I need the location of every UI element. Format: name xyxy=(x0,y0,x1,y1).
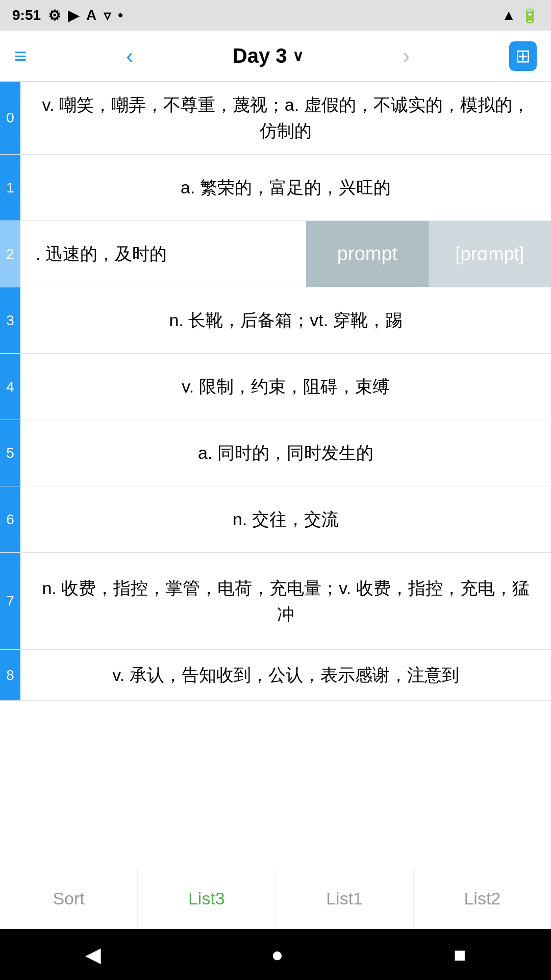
word-definition: a. 繁荣的，富足的，兴旺的 xyxy=(20,155,551,220)
word-index: 0 xyxy=(0,82,20,154)
chevron-down-icon: ∨ xyxy=(292,47,304,65)
signal-icon: ▲ xyxy=(502,7,516,23)
word-item[interactable]: 4 v. 限制，约束，阻碍，束缚 xyxy=(0,354,551,420)
wifi-icon: ▿ xyxy=(104,7,111,24)
top-nav: ≡ ‹ Day 3 ∨ › ⊞ xyxy=(0,31,551,82)
word-index: 8 xyxy=(0,650,20,700)
day-title-text: Day 3 xyxy=(233,44,287,67)
popup-word-text: prompt xyxy=(306,221,429,287)
android-recent-button[interactable]: ■ xyxy=(454,943,466,966)
menu-icon[interactable]: ≡ xyxy=(14,44,27,68)
word-item[interactable]: 1 a. 繁荣的，富足的，兴旺的 xyxy=(0,155,551,221)
android-back-button[interactable]: ◀ xyxy=(85,943,101,966)
back-button[interactable]: ‹ xyxy=(126,44,133,68)
word-definition: v. 承认，告知收到，公认，表示感谢，注意到 xyxy=(20,650,551,700)
word-index: 5 xyxy=(0,420,20,486)
popup-phonetic-text: [prɑmpt] xyxy=(429,221,551,287)
word-list: 0 v. 嘲笑，嘲弄，不尊重，蔑视；a. 虚假的，不诚实的，模拟的，仿制的 1 … xyxy=(0,82,551,868)
android-nav-bar: ◀ ● ■ xyxy=(0,929,551,980)
word-item[interactable]: 6 n. 交往，交流 xyxy=(0,486,551,553)
word-definition: v. 限制，约束，阻碍，束缚 xyxy=(20,354,551,420)
word-item[interactable]: 0 v. 嘲笑，嘲弄，不尊重，蔑视；a. 虚假的，不诚实的，模拟的，仿制的 xyxy=(0,82,551,155)
word-index: 7 xyxy=(0,553,20,649)
android-home-button[interactable]: ● xyxy=(271,943,283,966)
word-index: 6 xyxy=(0,486,20,552)
word-definition: n. 长靴，后备箱；vt. 穿靴，踢 xyxy=(20,287,551,353)
word-definition: a. 同时的，同时发生的 xyxy=(20,420,551,486)
word-definition: n. 收费，指控，掌管，电荷，充电量；v. 收费，指控，充电，猛冲 xyxy=(20,553,551,649)
tab-list1[interactable]: List1 xyxy=(276,868,414,929)
word-index: 2 xyxy=(0,221,20,287)
word-index: 3 xyxy=(0,287,20,353)
forward-button[interactable]: › xyxy=(403,44,410,68)
word-popup: prompt [prɑmpt] xyxy=(306,221,551,287)
status-time: 9:51 xyxy=(12,7,41,23)
tab-list3[interactable]: List3 xyxy=(138,868,276,929)
status-bar: 9:51 ⚙ ▶ A ▿ • ▲ 🔋 xyxy=(0,0,551,31)
day-title[interactable]: Day 3 ∨ xyxy=(233,44,304,67)
gear-icon: ⚙ xyxy=(48,7,61,24)
font-icon: A xyxy=(86,7,96,23)
tab-sort[interactable]: Sort xyxy=(0,868,138,929)
grid-view-button[interactable]: ⊞ xyxy=(509,41,537,71)
word-item-partial[interactable]: 8 v. 承认，告知收到，公认，表示感谢，注意到 xyxy=(0,650,551,701)
dot-icon: • xyxy=(118,7,123,23)
word-index: 4 xyxy=(0,354,20,420)
word-item[interactable]: 3 n. 长靴，后备箱；vt. 穿靴，踢 xyxy=(0,287,551,354)
tab-list2[interactable]: List2 xyxy=(414,868,551,929)
word-definition: v. 嘲笑，嘲弄，不尊重，蔑视；a. 虚假的，不诚实的，模拟的，仿制的 xyxy=(20,82,551,154)
battery-icon: 🔋 xyxy=(521,7,539,24)
word-item[interactable]: 7 n. 收费，指控，掌管，电荷，充电量；v. 收费，指控，充电，猛冲 xyxy=(0,553,551,650)
word-item-with-popup[interactable]: 2 . 迅速的，及时的 prompt [prɑmpt] xyxy=(0,221,551,287)
word-definition: n. 交往，交流 xyxy=(20,486,551,552)
bottom-tab-bar: Sort List3 List1 List2 xyxy=(0,868,551,929)
play-icon: ▶ xyxy=(68,7,79,24)
word-index: 1 xyxy=(0,155,20,220)
word-item[interactable]: 5 a. 同时的，同时发生的 xyxy=(0,420,551,486)
